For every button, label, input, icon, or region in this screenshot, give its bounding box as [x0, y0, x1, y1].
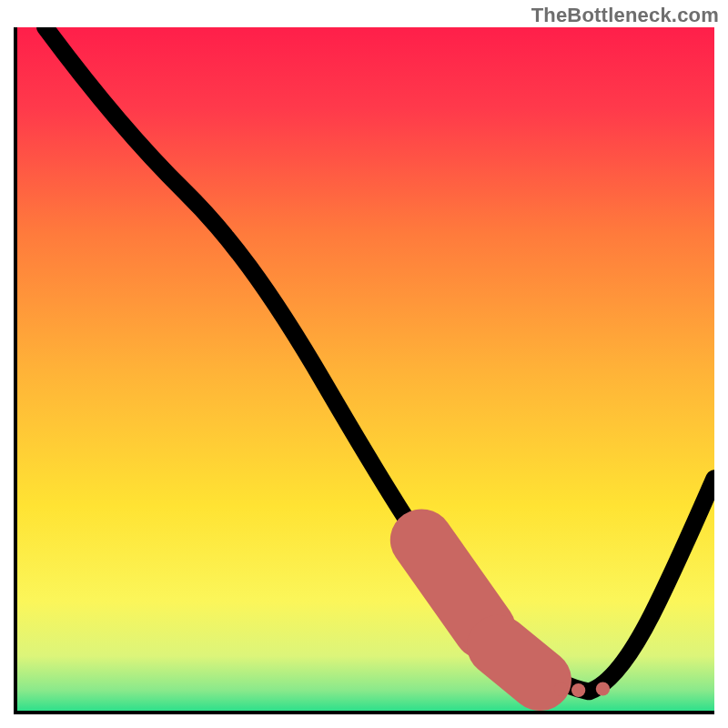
highlight-segment-2 — [499, 646, 541, 681]
plot-area — [14, 27, 714, 714]
highlight-dot — [596, 682, 610, 695]
watermark-text: TheBottleneck.com — [531, 4, 719, 27]
chart-svg — [17, 27, 714, 711]
highlight-dot — [571, 683, 585, 697]
chart-container: TheBottleneck.com — [0, 0, 728, 728]
highlight-dot — [554, 682, 568, 695]
